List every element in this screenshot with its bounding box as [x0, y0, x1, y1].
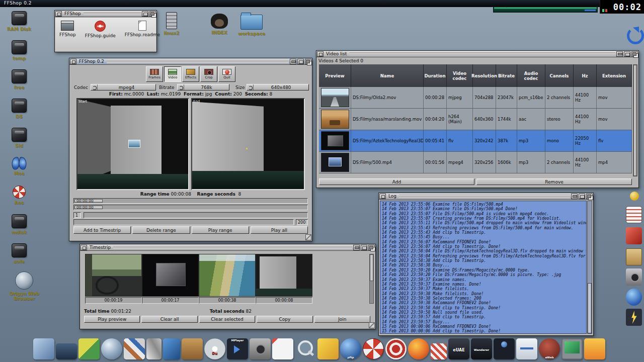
join-button[interactable]: Join [314, 316, 370, 323]
clip-item[interactable]: 00:00:38 [199, 254, 256, 304]
desktop-icon-ram-disk[interactable]: RAM Disk [1, 11, 37, 32]
desktop-icon-sid[interactable]: Sid [1, 128, 37, 148]
yellow-ball-icon[interactable] [630, 192, 639, 201]
slider-knob[interactable]: 00:00:00 [74, 206, 103, 209]
table-row[interactable]: DS:Filmy/nasa/marslanding.mov 00:04:20 h… [319, 109, 632, 130]
clear-all-button[interactable]: Clear all [141, 316, 197, 323]
desktop-icon-temp[interactable]: temp [1, 40, 37, 61]
dock-mplayer-icon[interactable]: MPlayer [227, 338, 248, 359]
table-row[interactable]: DS:Filmy/Olda2.mov 00:00:28 mjpeg 704x28… [319, 87, 632, 109]
play-all-button[interactable]: Play all [251, 226, 308, 234]
desktop-icon-ds[interactable]: DS [1, 99, 37, 119]
depth-gadget[interactable] [631, 51, 638, 57]
depth-gadget[interactable] [305, 59, 311, 64]
dock-workbench-icon[interactable] [33, 338, 54, 359]
size-cycle[interactable]: 640x480 [247, 84, 309, 90]
column-header[interactable]: Audio codec [517, 64, 545, 87]
last-frame-input[interactable]: 200 [296, 219, 308, 225]
vertical-scrollbar[interactable] [633, 64, 637, 176]
zoom-gadget[interactable] [142, 11, 148, 17]
close-gadget[interactable] [379, 194, 386, 199]
log-scrollbar[interactable] [587, 201, 592, 334]
dock-mini-monitor-icon[interactable] [56, 343, 77, 359]
remove-button[interactable]: Remove [476, 178, 632, 185]
dock-aweb-icon[interactable]: aWeb [539, 338, 560, 359]
dock-sphere-icon[interactable] [101, 338, 122, 359]
column-header[interactable]: Duration [424, 64, 447, 87]
zoom-gadget[interactable] [297, 59, 304, 64]
zoom-gadget[interactable] [361, 245, 367, 250]
dock-floppy-icon[interactable] [516, 338, 537, 359]
frames-button[interactable]: Frames [146, 66, 163, 82]
copy-button[interactable]: Copy [257, 316, 312, 323]
desktop-icon-aos[interactable]: Aos [1, 186, 37, 205]
close-gadget[interactable] [317, 51, 324, 57]
titlebar[interactable]: Video list [316, 51, 638, 57]
iconify-gadget[interactable] [353, 245, 360, 250]
titlebar[interactable]: Log [379, 193, 593, 200]
titlebar[interactable]: FFShop 0.2 [69, 58, 312, 65]
clip-item[interactable]: 00:00:19 [85, 254, 142, 304]
camera-icon[interactable] [626, 268, 642, 286]
first-frame-input[interactable]: 1 [73, 212, 81, 218]
delete-range-button[interactable]: Delete range [132, 226, 190, 234]
add-button[interactable]: Add [319, 178, 474, 185]
file-icon-ffshop[interactable]: FFShop [59, 21, 76, 48]
refresh-icon[interactable] [626, 26, 642, 43]
iconify-gadget[interactable] [571, 194, 578, 199]
desktop-icon-mos[interactable]: Mos [1, 156, 37, 176]
dock-pftp-icon[interactable]: pftp [340, 338, 361, 359]
effects-button[interactable]: Effects [182, 66, 199, 82]
column-header[interactable]: Cannels [545, 64, 574, 87]
web-browser-icon[interactable] [626, 289, 642, 306]
tools-icon[interactable] [626, 227, 642, 244]
screen-titlebar[interactable]: FFShop 0.2 [0, 0, 644, 7]
range-end-slider[interactable]: 00:00:00 [73, 205, 308, 210]
first-frame-gauge[interactable] [84, 212, 308, 218]
dock-pencil-icon[interactable] [317, 338, 339, 359]
column-header[interactable]: Hz [574, 64, 597, 87]
dock-pens-icon[interactable] [124, 338, 145, 359]
codec-cycle[interactable]: mpeg4 [91, 84, 156, 90]
slider-knob[interactable]: 00:00:00 [74, 199, 103, 203]
scrollbar-thumb[interactable] [633, 65, 637, 176]
notes-icon[interactable] [626, 206, 642, 223]
dock-boing-ball-icon[interactable] [363, 338, 384, 359]
bitrate-cycle[interactable]: 768k [177, 84, 229, 90]
dock-pdf-icon[interactable] [272, 338, 293, 359]
range-start-slider[interactable]: 00:00:00 [73, 198, 308, 204]
clip-item[interactable]: 00:00:08 [256, 254, 312, 304]
column-header[interactable]: Resolution [473, 64, 496, 87]
add-to-timestrip-button[interactable]: Add to Timestrip [73, 226, 131, 234]
dock-firefox-icon[interactable] [408, 338, 429, 359]
play-range-button[interactable]: Play range [192, 226, 249, 234]
zoom-gadget[interactable] [579, 194, 585, 199]
column-header[interactable]: Video codec [447, 64, 473, 87]
dock-spikes-icon[interactable] [146, 338, 162, 359]
end-preview-pane[interactable]: End [191, 98, 305, 190]
close-gadget[interactable] [80, 245, 87, 250]
table-row-selected[interactable]: DS:Filmy/AztekTechnologyReal3D.flv 00:05… [319, 130, 632, 152]
titlebar[interactable]: Timestrip [80, 244, 375, 251]
desktop-icon-safe[interactable]: safe [1, 243, 37, 264]
clear-selected-button[interactable]: Clear selected [199, 316, 255, 323]
video-button[interactable]: Video [164, 66, 181, 82]
clips-scrollbar[interactable] [369, 254, 374, 304]
dock-gift-icon[interactable] [584, 338, 605, 359]
close-gadget[interactable] [55, 11, 62, 17]
resize-gadget[interactable] [369, 322, 375, 328]
column-header[interactable]: Extension [597, 64, 632, 87]
quit-button[interactable]: Quit [218, 66, 235, 82]
column-header[interactable]: Name [351, 64, 424, 87]
folder-icon[interactable] [626, 248, 642, 265]
iconify-gadget[interactable] [290, 59, 296, 64]
desktop-icon-free[interactable]: free [1, 69, 37, 90]
desktop-icon-workspace[interactable]: workspace [233, 15, 270, 36]
dock-dart-icon[interactable] [163, 338, 180, 359]
dock-filmbox-icon[interactable] [182, 338, 203, 359]
desktop-icon-mdisk[interactable]: mdisk [1, 214, 37, 235]
flash-editor-icon[interactable] [626, 309, 642, 326]
depth-gadget[interactable] [586, 194, 593, 199]
dock-wanderer-icon[interactable]: Wanderer [471, 338, 492, 359]
desktop-icon-origyn[interactable]: Origyn Web Browser [0, 272, 48, 301]
